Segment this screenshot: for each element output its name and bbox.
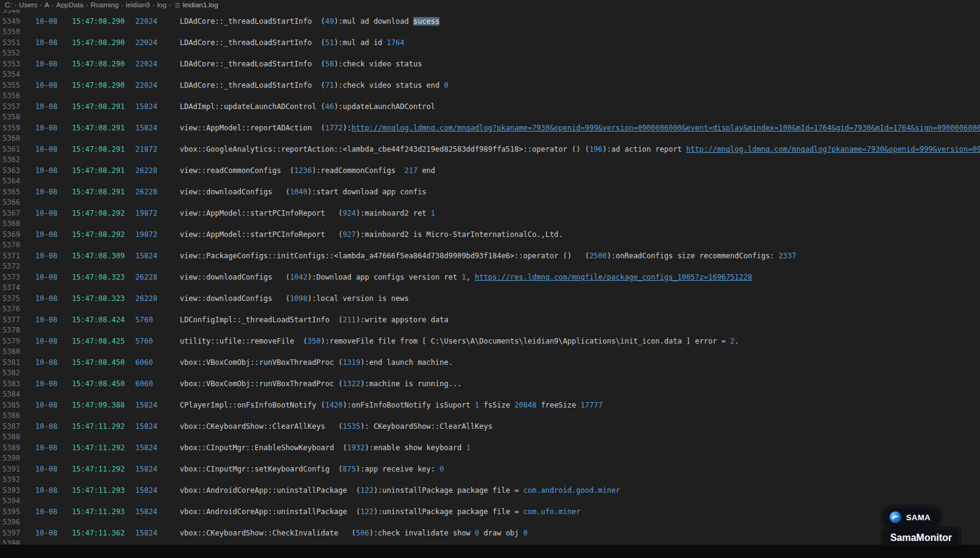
breadcrumb-item[interactable]: C: xyxy=(5,1,12,9)
line-number[interactable]: 5353 xyxy=(0,59,20,70)
line-number[interactable]: 5396 xyxy=(0,517,20,528)
line-number[interactable]: 5358 xyxy=(0,112,20,123)
breadcrumb-item[interactable]: AppData xyxy=(56,1,83,9)
line-number[interactable]: 5368 xyxy=(0,219,20,230)
line-number[interactable]: 5369 xyxy=(0,230,20,241)
log-message: LDAdCore::_threadLoadStartInfo (71):chec… xyxy=(180,81,449,90)
line-number[interactable]: 5380 xyxy=(0,347,20,358)
line-number[interactable]: 5387 xyxy=(0,422,20,433)
log-line: 536510-0815:47:08.29126228view::download… xyxy=(0,187,980,198)
log-pid: 15824 xyxy=(135,507,180,518)
line-number[interactable]: 5350 xyxy=(0,27,20,38)
line-number[interactable]: 5384 xyxy=(0,389,20,400)
breadcrumb: C:›Users›A›AppData›Roaming›leidian9›log›… xyxy=(0,0,980,10)
log-message: vbox::VBoxComObj::runVBoxThreadProc (131… xyxy=(180,358,453,367)
log-date: 10-08 xyxy=(35,187,72,198)
log-message: LDConfigImpl::_threadLoadStartInfo (211)… xyxy=(180,316,449,324)
log-line: 5364 xyxy=(0,176,980,187)
line-number[interactable]: 5351 xyxy=(0,38,20,49)
log-message: LDAdCore::_threadLoadStartInfo (51):mul … xyxy=(180,38,404,47)
line-number[interactable]: 5361 xyxy=(0,144,20,155)
line-number[interactable]: 5378 xyxy=(0,325,20,336)
line-number[interactable]: 5373 xyxy=(0,272,20,283)
line-number[interactable]: 5379 xyxy=(0,336,20,347)
log-time: 15:47:08.323 xyxy=(72,294,135,305)
line-number[interactable]: 5394 xyxy=(0,496,20,507)
log-text: ):write appstore data xyxy=(356,316,449,324)
log-url-link[interactable]: http://mnqlog.ldmnq.com/mnqadlog?pkaname… xyxy=(686,145,980,154)
log-line: 5358 xyxy=(0,112,980,123)
line-number[interactable]: 5367 xyxy=(0,208,20,219)
line-number[interactable]: 5375 xyxy=(0,294,20,305)
line-number[interactable]: 5371 xyxy=(0,251,20,262)
line-number[interactable]: 5359 xyxy=(0,123,20,134)
breadcrumb-item[interactable]: Roaming xyxy=(91,1,119,9)
line-number[interactable]: 5393 xyxy=(0,486,20,496)
log-text: ):start download app confis xyxy=(308,188,427,196)
breadcrumb-item[interactable]: leidian9 xyxy=(126,1,150,9)
line-number[interactable]: 5364 xyxy=(0,176,20,187)
line-number[interactable]: 5386 xyxy=(0,411,20,422)
line-number[interactable]: 5392 xyxy=(0,475,20,486)
log-text: vbox::AndroidCoreApp::uninstallPackage ( xyxy=(180,507,360,516)
log-url-link[interactable]: http://mnqlog.ldmnq.com/mnqadlog?pkaname… xyxy=(352,124,980,132)
line-number[interactable]: 5366 xyxy=(0,197,20,208)
log-url-link[interactable]: https://res.ldmnq.com/mnqfile/package_co… xyxy=(475,273,752,281)
log-pid: 15824 xyxy=(135,422,180,433)
breadcrumb-item[interactable]: A xyxy=(44,1,49,9)
log-line: 535910-0815:47:08.29115824view::AppModel… xyxy=(0,123,980,134)
sama-badge: SAMA xyxy=(884,508,939,526)
line-number[interactable]: 5365 xyxy=(0,187,20,198)
line-number[interactable]: 5354 xyxy=(0,69,20,80)
breadcrumb-item[interactable]: Users xyxy=(19,1,37,9)
line-number[interactable]: 5349 xyxy=(0,16,20,27)
line-number[interactable]: 5385 xyxy=(0,400,20,411)
sama-watermark: SAMA SamaMonitor xyxy=(884,508,958,546)
line-number[interactable]: 5395 xyxy=(0,507,20,518)
log-number: 1932 xyxy=(347,443,365,452)
log-text: view::AppModel::reportADAction ( xyxy=(180,124,325,132)
sama-monitor-label: SamaMonitor xyxy=(884,530,958,546)
log-line: 5380 xyxy=(0,347,980,358)
line-number[interactable]: 5389 xyxy=(0,443,20,454)
line-number[interactable]: 5372 xyxy=(0,261,20,272)
line-number[interactable]: 5376 xyxy=(0,304,20,315)
line-number[interactable]: 5382 xyxy=(0,368,20,379)
breadcrumb-file[interactable]: leidian1.log xyxy=(183,1,218,9)
log-text: ):local version is news xyxy=(308,294,409,303)
log-pid: 15824 xyxy=(135,251,180,262)
line-number[interactable]: 5397 xyxy=(0,528,20,539)
log-text: LDAdCore::_threadLoadStartInfo ( xyxy=(180,17,325,26)
log-date: 10-08 xyxy=(35,38,72,49)
line-number[interactable]: 5363 xyxy=(0,166,20,177)
log-pid: 15824 xyxy=(135,486,180,496)
line-number[interactable]: 5356 xyxy=(0,91,20,102)
line-number[interactable]: 5391 xyxy=(0,464,20,475)
log-line: 5376 xyxy=(0,304,980,315)
breadcrumb-item[interactable]: log xyxy=(157,1,166,9)
line-number[interactable]: 5355 xyxy=(0,80,20,91)
log-line: 538910-0815:47:11.29215824vbox::CInputMg… xyxy=(0,443,980,454)
log-number: 927 xyxy=(343,230,356,239)
log-text: LDAdCore::_threadLoadStartInfo ( xyxy=(180,81,325,90)
line-number[interactable]: 5388 xyxy=(0,432,20,443)
line-number[interactable]: 5374 xyxy=(0,283,20,294)
line-number[interactable]: 5381 xyxy=(0,358,20,369)
line-number[interactable]: 5370 xyxy=(0,240,20,251)
line-number[interactable]: 5362 xyxy=(0,155,20,166)
line-number[interactable]: 5357 xyxy=(0,102,20,113)
breadcrumb-separator-icon: › xyxy=(52,1,54,9)
line-number[interactable]: 5360 xyxy=(0,133,20,144)
log-line: 536110-0815:47:08.29121872vbox::GoogleAn… xyxy=(0,144,980,155)
log-message: view::AppModel::reportADAction (1772):ht… xyxy=(180,124,980,132)
log-line: 535710-0815:47:08.29115824LDAdImpl::upda… xyxy=(0,102,980,113)
log-text: LDConfigImpl::_threadLoadStartInfo ( xyxy=(180,316,343,324)
log-text: ):Download app configs version ret xyxy=(308,273,462,281)
line-number[interactable]: 5390 xyxy=(0,453,20,464)
line-number[interactable]: 5377 xyxy=(0,315,20,326)
log-line: 539710-0815:47:11.36215824vbox::CKeyboar… xyxy=(0,528,980,539)
line-number[interactable]: 5352 xyxy=(0,48,20,59)
log-pid: 15824 xyxy=(135,464,180,475)
log-text: view::downloadConfigs ( xyxy=(180,294,290,303)
line-number[interactable]: 5383 xyxy=(0,379,20,390)
